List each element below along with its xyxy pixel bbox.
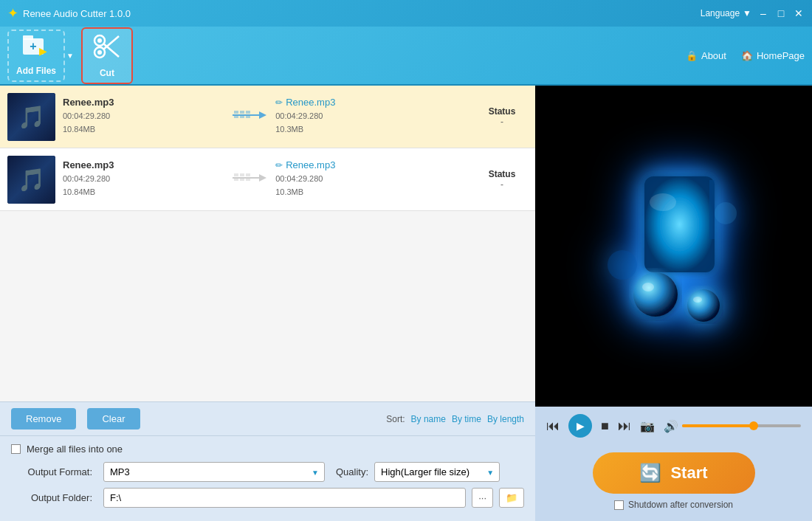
quality-select[interactable]: High(Larger file size) Medium Low: [374, 462, 500, 482]
about-button[interactable]: 🔒 About: [686, 50, 726, 61]
shutdown-label: Shutdown after conversion: [628, 500, 733, 510]
right-panel: ⏮ ▶ ■ ⏭ 📷 🔊 🔄 Start Shutdown after conve…: [535, 86, 812, 521]
svg-marker-19: [259, 174, 266, 182]
cut-button[interactable]: Cut: [81, 27, 133, 84]
svg-line-6: [103, 36, 119, 49]
music-note-visual: [600, 169, 748, 324]
left-panel: 🎵 Renee.mp3 00:04:29.280 10.84MB: [0, 86, 535, 521]
window-controls: Language ▼ – □ ✕: [701, 7, 805, 19]
start-section: 🔄 Start Shutdown after conversion: [535, 445, 812, 521]
main-area: 🎵 Renee.mp3 00:04:29.280 10.84MB: [0, 86, 812, 521]
svg-rect-26: [644, 176, 715, 272]
svg-rect-15: [234, 115, 238, 118]
homepage-button[interactable]: 🏠 HomePage: [741, 50, 805, 61]
sort-by-time-button[interactable]: By time: [452, 414, 481, 424]
add-files-dropdown-arrow[interactable]: ▼: [66, 52, 74, 60]
svg-text:+: +: [30, 40, 36, 52]
file-thumbnail: 🎵: [7, 93, 55, 141]
close-button[interactable]: ✕: [793, 7, 805, 19]
edit-icon: ✏: [275, 97, 283, 108]
output-duration: 00:04:29.280: [275, 173, 469, 186]
output-folder-label: Output Folder:: [11, 492, 92, 503]
merge-row: Merge all files into one: [11, 444, 524, 455]
svg-point-31: [687, 289, 720, 322]
start-icon: 🔄: [639, 463, 661, 483]
file-list: 🎵 Renee.mp3 00:04:29.280 10.84MB: [0, 86, 535, 401]
output-folder-row: Output Folder: ··· 📁: [11, 488, 524, 508]
clear-button[interactable]: Clear: [87, 408, 140, 429]
table-row[interactable]: 🎵 Renee.mp3 00:04:29.280 10.84MB: [0, 86, 535, 148]
shutdown-checkbox[interactable]: [614, 500, 624, 510]
svg-rect-23: [234, 178, 238, 181]
sort-by-length-button[interactable]: By length: [487, 414, 524, 424]
output-format-select[interactable]: MP3 WAV AAC OGG FLAC: [103, 462, 325, 482]
svg-point-9: [97, 38, 102, 43]
start-button[interactable]: 🔄 Start: [593, 452, 755, 494]
skip-forward-button[interactable]: ⏭: [618, 418, 631, 434]
remove-button[interactable]: Remove: [11, 408, 76, 429]
svg-rect-17: [246, 115, 250, 118]
file-info: Renee.mp3 00:04:29.280 10.84MB: [63, 97, 224, 136]
svg-rect-24: [240, 178, 244, 181]
svg-line-7: [103, 44, 119, 57]
output-size: 10.3MB: [275, 123, 469, 137]
output-format-label: Output Format:: [11, 466, 92, 477]
output-name: ✏ Renee.mp3: [275, 97, 469, 108]
volume-slider: 🔊: [664, 419, 801, 433]
language-dropdown-icon: ▼: [743, 8, 751, 18]
app-logo: ✦: [7, 5, 18, 21]
output-size: 10.3MB: [275, 186, 469, 199]
arrow-icon-faded: [231, 169, 268, 190]
quality-wrapper: Quality: High(Larger file size) Medium L…: [336, 462, 500, 482]
status-label: Status: [476, 106, 528, 117]
svg-point-8: [97, 50, 102, 55]
svg-point-34: [715, 202, 737, 224]
status-column: Status -: [476, 169, 528, 190]
settings-panel: Merge all files into one Output Format: …: [0, 435, 535, 521]
svg-point-32: [693, 297, 702, 303]
stop-button[interactable]: ■: [601, 418, 609, 434]
add-files-button[interactable]: + ▶ Add Files: [7, 30, 65, 82]
screenshot-button[interactable]: 📷: [640, 419, 655, 433]
status-column: Status -: [476, 106, 528, 127]
file-size: 10.84MB: [63, 123, 224, 137]
volume-thumb[interactable]: [749, 421, 758, 430]
file-info: Renee.mp3 00:04:29.280 10.84MB: [63, 159, 224, 199]
play-button[interactable]: ▶: [568, 414, 592, 438]
table-row[interactable]: 🎵 Renee.mp3 00:04:29.280 10.84MB: [0, 148, 535, 211]
scissors-icon: [92, 33, 122, 65]
sort-section: Sort: By name By time By length: [386, 414, 524, 424]
svg-rect-20: [234, 173, 238, 176]
sort-by-name-button[interactable]: By name: [411, 414, 446, 424]
language-selector[interactable]: Language ▼: [701, 8, 751, 18]
svg-point-30: [642, 283, 654, 291]
open-folder-button[interactable]: 📁: [499, 488, 524, 508]
bottom-bar: Remove Clear Sort: By name By time By le…: [0, 401, 535, 435]
svg-rect-25: [246, 178, 250, 181]
skip-back-button[interactable]: ⏮: [546, 418, 560, 434]
file-name: Renee.mp3: [63, 97, 224, 108]
shutdown-row: Shutdown after conversion: [614, 500, 733, 510]
maximize-button[interactable]: □: [775, 7, 787, 19]
player-controls: ⏮ ▶ ■ ⏭ 📷 🔊: [535, 407, 812, 445]
output-format-row: Output Format: MP3 WAV AAC OGG FLAC Qual…: [11, 462, 524, 482]
title-bar: ✦ Renee Audio Cutter 1.0.0 Language ▼ – …: [0, 0, 812, 27]
svg-marker-11: [259, 111, 266, 119]
toolbar-right: 🔒 About 🏠 HomePage: [686, 50, 805, 61]
svg-point-27: [650, 193, 676, 211]
quality-label: Quality:: [336, 466, 368, 477]
browse-button[interactable]: ···: [472, 488, 493, 508]
folder-row: ··· 📁: [103, 488, 524, 508]
minimize-button[interactable]: –: [757, 7, 769, 19]
lock-icon: 🔒: [686, 50, 698, 61]
output-folder-input[interactable]: [103, 488, 466, 508]
file-duration: 00:04:29.280: [63, 110, 224, 123]
status-value: -: [476, 179, 528, 190]
output-info: ✏ Renee.mp3 00:04:29.280 10.3MB: [275, 97, 469, 136]
home-icon: 🏠: [741, 50, 753, 61]
merge-checkbox[interactable]: [11, 444, 21, 454]
language-label: Language: [701, 8, 740, 18]
volume-track[interactable]: [682, 424, 801, 427]
app-title: Renee Audio Cutter 1.0.0: [23, 8, 701, 19]
arrow-icon: [231, 106, 268, 127]
